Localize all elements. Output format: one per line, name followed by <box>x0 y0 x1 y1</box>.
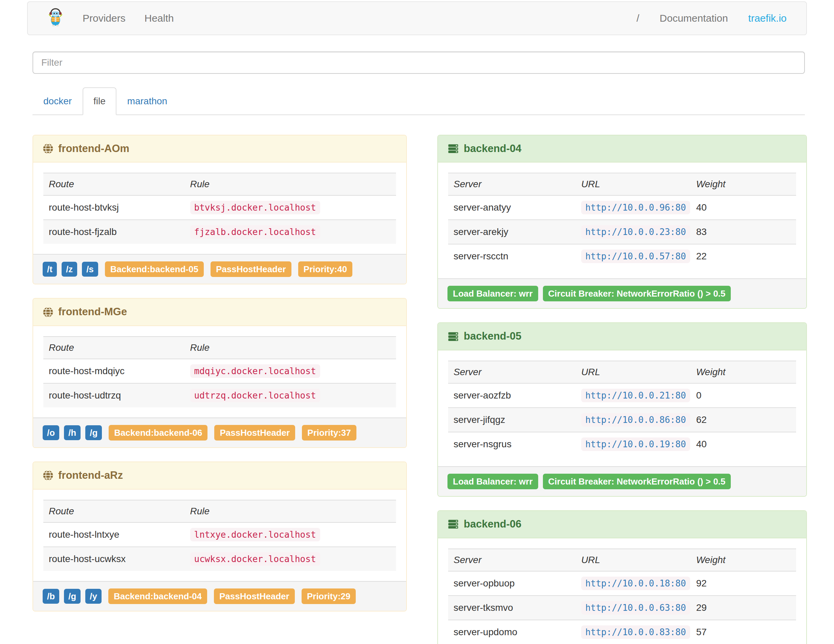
column-header-server: Server <box>448 549 576 571</box>
servers-table: Server URL Weight server-opbuop http://1… <box>448 549 796 644</box>
route-name-cell: route-host-fjzalb <box>43 220 185 244</box>
backend-panel-body: Server URL Weight server-opbuop http://1… <box>438 538 806 644</box>
filter-input[interactable] <box>32 52 805 74</box>
server-name-cell: server-opbuop <box>448 571 576 595</box>
table-header-row: Route Rule <box>43 173 396 195</box>
server-name-cell: server-updomo <box>448 620 576 644</box>
frontend-tag-badge: PassHostHeader <box>214 425 295 440</box>
server-name-cell: server-anatyy <box>448 195 576 220</box>
frontend-panel: frontend-aRz Route Rule route-host-lntxy… <box>32 461 407 612</box>
server-name-cell: server-arekjy <box>448 220 576 244</box>
server-url-code: http://10.0.0.86:80 <box>581 413 690 427</box>
server-rack-icon <box>448 518 459 530</box>
rule-cell: ucwksx.docker.localhost <box>185 547 396 571</box>
server-table-row: server-aozfzb http://10.0.0.21:80 0 <box>448 383 796 408</box>
server-url-cell: http://10.0.0.21:80 <box>576 383 691 408</box>
backend-panel-body: Server URL Weight server-anatyy http://1… <box>438 162 806 278</box>
frontend-panel-body: Route Rule route-host-mdqiyc mdqiyc.dock… <box>33 326 406 417</box>
server-url-code: http://10.0.0.57:80 <box>581 249 690 263</box>
frontend-tag-badge: Backend:backend-04 <box>108 589 207 604</box>
route-table-row: route-host-mdqiyc mdqiyc.docker.localhos… <box>43 359 396 383</box>
column-header-weight: Weight <box>691 361 796 383</box>
entrypoint-badge: /h <box>64 425 81 440</box>
backend-panel-title: backend-06 <box>464 518 522 531</box>
route-table-row: route-host-lntxye lntxye.docker.localhos… <box>43 523 396 547</box>
server-weight-cell: 62 <box>691 408 796 432</box>
frontends-column: frontend-AOm Route Rule route-host-btvks… <box>32 135 407 625</box>
server-weight-cell: 40 <box>691 432 796 456</box>
table-header-row: Server URL Weight <box>448 361 796 383</box>
server-url-cell: http://10.0.0.18:80 <box>576 571 691 595</box>
column-header-rule: Rule <box>185 500 396 523</box>
frontend-panel-footer: /o/h/gBackend:backend-06PassHostHeaderPr… <box>33 417 406 447</box>
frontend-panel-body: Route Rule route-host-lntxye lntxye.dock… <box>33 490 406 581</box>
column-header-rule: Rule <box>185 337 396 359</box>
backends-column: backend-04 Server URL Weight server-anat… <box>437 135 807 644</box>
entrypoint-badge: /b <box>43 589 59 604</box>
column-header-route: Route <box>43 337 185 359</box>
provider-tabs: docker file marathon <box>32 87 805 115</box>
server-rack-icon <box>448 331 459 342</box>
rule-cell: lntxye.docker.localhost <box>185 523 396 547</box>
routes-table: Route Rule route-host-mdqiyc mdqiyc.dock… <box>43 336 396 407</box>
nav-link-providers[interactable]: Providers <box>82 13 126 24</box>
route-table-row: route-host-btvksj btvksj.docker.localhos… <box>43 195 396 220</box>
frontend-panel-body: Route Rule route-host-btvksj btvksj.dock… <box>33 162 406 254</box>
nav-link-traefik-io[interactable]: traefik.io <box>748 13 787 24</box>
server-weight-cell: 22 <box>691 244 796 268</box>
frontend-panel-header: frontend-AOm <box>33 136 406 163</box>
backend-panel: backend-04 Server URL Weight server-anat… <box>437 135 807 309</box>
column-header-url: URL <box>576 173 691 195</box>
backend-tag-badge: Circuit Breaker: NetworkErrorRatio () > … <box>543 286 731 301</box>
column-header-route: Route <box>43 173 185 195</box>
nav-link-documentation[interactable]: Documentation <box>660 13 728 24</box>
rule-code: btvksj.docker.localhost <box>190 201 320 214</box>
routes-table: Route Rule route-host-lntxye lntxye.dock… <box>43 500 396 571</box>
table-header-row: Route Rule <box>43 500 396 523</box>
column-header-url: URL <box>576 361 691 383</box>
rule-code: udtrzq.docker.localhost <box>190 389 320 402</box>
nav-link-health[interactable]: Health <box>144 13 174 24</box>
entrypoint-badge: /o <box>43 425 59 440</box>
table-header-row: Route Rule <box>43 337 396 359</box>
table-header-row: Server URL Weight <box>448 173 796 195</box>
rule-cell: fjzalb.docker.localhost <box>185 220 396 244</box>
route-name-cell: route-host-ucwksx <box>43 547 185 571</box>
rule-cell: btvksj.docker.localhost <box>185 195 396 220</box>
tab-file[interactable]: file <box>82 87 116 115</box>
globe-icon <box>43 307 53 317</box>
entrypoint-badge: /y <box>85 589 102 604</box>
server-url-code: http://10.0.0.19:80 <box>581 437 690 451</box>
server-weight-cell: 92 <box>691 571 796 595</box>
tab-marathon[interactable]: marathon <box>116 87 178 115</box>
route-table-row: route-host-udtrzq udtrzq.docker.localhos… <box>43 383 396 407</box>
column-header-url: URL <box>576 549 691 571</box>
server-url-cell: http://10.0.0.63:80 <box>576 595 691 620</box>
backend-panel-header: backend-05 <box>438 323 806 350</box>
server-name-cell: server-tksmvo <box>448 595 576 620</box>
server-url-code: http://10.0.0.18:80 <box>581 577 690 590</box>
brand-link[interactable] <box>47 8 64 29</box>
backend-tag-badge: Load Balancer: wrr <box>448 474 538 489</box>
column-header-rule: Rule <box>185 173 396 195</box>
globe-icon <box>43 143 53 154</box>
server-name-cell: server-jifqgz <box>448 408 576 432</box>
server-url-cell: http://10.0.0.19:80 <box>576 432 691 456</box>
server-table-row: server-nsgrus http://10.0.0.19:80 40 <box>448 432 796 456</box>
route-name-cell: route-host-mdqiyc <box>43 359 185 383</box>
column-header-weight: Weight <box>691 173 796 195</box>
routes-table: Route Rule route-host-btvksj btvksj.dock… <box>43 173 396 244</box>
server-url-cell: http://10.0.0.86:80 <box>576 408 691 432</box>
server-weight-cell: 83 <box>691 220 796 244</box>
server-table-row: server-tksmvo http://10.0.0.63:80 29 <box>448 595 796 620</box>
backend-panel: backend-06 Server URL Weight server-opbu… <box>437 510 807 644</box>
tab-docker[interactable]: docker <box>32 87 82 115</box>
rule-code: ucwksx.docker.localhost <box>190 552 320 566</box>
server-url-cell: http://10.0.0.57:80 <box>576 244 691 268</box>
server-table-row: server-opbuop http://10.0.0.18:80 92 <box>448 571 796 595</box>
frontend-panel: frontend-AOm Route Rule route-host-btvks… <box>32 135 407 285</box>
server-weight-cell: 40 <box>691 195 796 220</box>
server-url-code: http://10.0.0.21:80 <box>581 389 690 402</box>
provider-content: frontend-AOm Route Rule route-host-btvks… <box>32 135 834 644</box>
server-url-code: http://10.0.0.23:80 <box>581 225 690 239</box>
